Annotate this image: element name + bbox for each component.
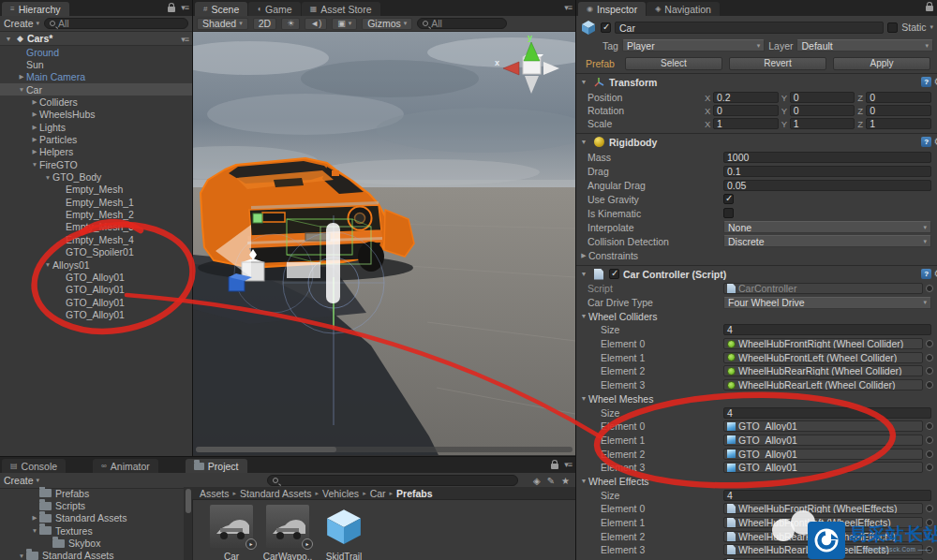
hierarchy-row[interactable]: Empty_Mesh_1 [0, 196, 192, 208]
foldout-arrow[interactable]: ▼ [579, 313, 588, 319]
object-picker-icon[interactable] [926, 354, 933, 361]
project-item-thumbnail[interactable] [322, 505, 365, 548]
tab-console[interactable]: ▤ Console [2, 459, 66, 473]
gear-icon[interactable]: ⚙ [933, 268, 937, 280]
car-controller-header[interactable]: ▼ Car Controller (Script) ?⚙ [576, 266, 937, 282]
folder-row[interactable]: Scripts [0, 499, 184, 511]
hierarchy-row[interactable]: Empty_Mesh [0, 184, 192, 196]
hierarchy-row[interactable]: GTO_Alloy01 [0, 308, 192, 320]
object-reference-field[interactable]: WheelHubFrontRight (Wheel Collider) [723, 338, 923, 349]
foldout-arrow[interactable]: ▼ [579, 395, 588, 402]
object-picker-icon[interactable] [926, 381, 933, 389]
object-picker-icon[interactable] [926, 340, 933, 347]
array-size-field[interactable]: 4 [723, 490, 931, 501]
panel-menu-icon[interactable]: ▾≡ [564, 460, 572, 469]
tab-hierarchy[interactable]: ≡ Hierarchy [2, 2, 69, 16]
lock-icon[interactable] [926, 6, 933, 11]
object-reference-field[interactable]: WheelHubFrontLeft (WheelEffects) [723, 517, 923, 528]
gizmos-dropdown[interactable]: Gizmos▾ [362, 18, 412, 30]
object-picker-icon[interactable] [926, 546, 933, 553]
folder-row[interactable]: Skybox [0, 537, 184, 549]
object-reference-field[interactable]: WheelHubRearRight (WheelEffects) [723, 531, 923, 542]
tab-scene[interactable]: # Scene [195, 2, 247, 16]
mass-field[interactable]: 1000 [723, 152, 931, 163]
use-gravity-checkbox[interactable] [723, 194, 734, 204]
hierarchy-row[interactable]: ▶Particles [0, 133, 192, 145]
scene-viewport[interactable]: y x [193, 32, 575, 455]
hierarchy-row[interactable]: ▼FireGTO [0, 158, 192, 170]
scene-menu-icon[interactable]: ▾≡ [181, 35, 188, 44]
scene-header-row[interactable]: ▼ ◆ Cars* ▾≡ [0, 32, 192, 46]
project-item-thumbnail[interactable]: ▸ [266, 505, 309, 548]
rotation-y-field[interactable]: 0 [790, 105, 855, 116]
object-reference-field[interactable]: GTO_Alloy01 [723, 420, 923, 432]
breadcrumb-item[interactable]: Vehicles [322, 488, 359, 499]
foldout-arrow[interactable]: ▼ [43, 174, 52, 181]
tab-navigation[interactable]: ◈ Navigation [647, 2, 720, 16]
array-foldout[interactable]: ▼Wheel Colliders [576, 311, 723, 322]
scrollbar[interactable] [184, 487, 192, 560]
panel-menu-icon[interactable]: ▾≡ [181, 3, 188, 12]
object-reference-field[interactable]: GTO_Alloy01 [723, 449, 923, 460]
scale-z-field[interactable]: 1 [866, 118, 931, 129]
foldout-arrow[interactable]: ▶ [30, 124, 39, 131]
foldout-arrow[interactable]: ▼ [579, 139, 588, 145]
foldout-arrow[interactable]: ▼ [579, 478, 588, 484]
help-icon[interactable]: ? [921, 137, 931, 147]
object-reference-field[interactable]: WheelHubFrontLeft (Wheel Collider) [723, 352, 923, 363]
tag-dropdown[interactable]: Player▾ [622, 39, 765, 52]
hierarchy-row[interactable]: ▼Car [0, 83, 192, 96]
prefab-revert-button[interactable]: Revert [729, 57, 826, 70]
object-picker-icon[interactable] [926, 505, 933, 512]
object-reference-field[interactable]: GTO_Alloy01 [723, 462, 923, 473]
audio-toggle-button[interactable]: ◄) [305, 18, 327, 30]
toggle-2d-button[interactable]: 2D [253, 18, 276, 30]
object-picker-icon[interactable] [926, 519, 933, 526]
gear-icon[interactable]: ⚙ [933, 136, 937, 148]
lock-icon[interactable] [551, 464, 558, 469]
breadcrumb-item[interactable]: Standard Assets [240, 488, 311, 499]
foldout-arrow[interactable]: ▶ [30, 514, 39, 522]
hierarchy-row[interactable]: Sun [0, 58, 192, 70]
scene-scrollbar-thumb[interactable] [196, 447, 336, 452]
foldout-arrow[interactable]: ▶ [17, 73, 26, 81]
hierarchy-row[interactable]: Empty_Mesh_3 [0, 221, 192, 233]
hierarchy-row[interactable]: ▼Alloys01 [0, 258, 192, 271]
folder-row[interactable]: ▼Textures [0, 524, 184, 537]
prefab-select-button[interactable]: Select [625, 57, 722, 70]
foldout-arrow[interactable]: ▶ [30, 111, 39, 118]
panel-menu-icon[interactable]: ▾≡ [564, 3, 572, 12]
foldout-arrow[interactable]: ▶ [30, 136, 39, 143]
gear-icon[interactable]: ⚙ [933, 76, 937, 88]
hierarchy-row[interactable]: ▶Helpers [0, 146, 192, 158]
constraints-foldout[interactable]: ▶Constraints [576, 250, 723, 261]
hierarchy-row[interactable]: ▶Main Camera [0, 71, 192, 83]
hierarchy-row[interactable]: ▶WheelsHubs [0, 109, 192, 121]
position-z-field[interactable]: 0 [866, 92, 931, 103]
object-picker-icon[interactable] [926, 422, 933, 430]
foldout-arrow[interactable]: ▼ [4, 36, 13, 42]
object-picker-icon[interactable] [926, 367, 933, 375]
rotation-z-field[interactable]: 0 [866, 105, 931, 116]
breadcrumb-item[interactable]: Car [370, 488, 386, 499]
object-picker-icon[interactable] [926, 464, 933, 471]
object-reference-field[interactable]: GTO_Alloy01 [723, 435, 923, 446]
create-button[interactable]: Create▾ [4, 18, 39, 29]
script-field[interactable]: CarController [723, 283, 923, 294]
help-icon[interactable]: ? [921, 269, 931, 279]
hierarchy-row[interactable]: GTO_Spoiler01 [0, 246, 192, 258]
gizmo-axis-y-label[interactable]: y [528, 33, 532, 42]
move-handle-cube[interactable] [253, 214, 262, 223]
array-foldout[interactable]: ▼Wheel Effects [576, 476, 723, 487]
hierarchy-search-input[interactable]: All [44, 18, 188, 29]
lighting-toggle-button[interactable]: ☀ [281, 18, 300, 30]
array-foldout[interactable]: ▼Wheel Meshes [576, 393, 723, 405]
create-button[interactable]: Create▾ [4, 475, 39, 486]
scene-search-input[interactable]: All [417, 18, 507, 29]
enabled-checkbox[interactable] [609, 269, 619, 279]
layer-dropdown[interactable]: Default▾ [796, 39, 933, 52]
shading-mode-dropdown[interactable]: Shaded▾ [197, 18, 248, 30]
project-search-input[interactable] [267, 475, 518, 486]
object-picker-icon[interactable] [926, 533, 933, 540]
prefab-expand-badge[interactable]: ▸ [245, 538, 257, 550]
